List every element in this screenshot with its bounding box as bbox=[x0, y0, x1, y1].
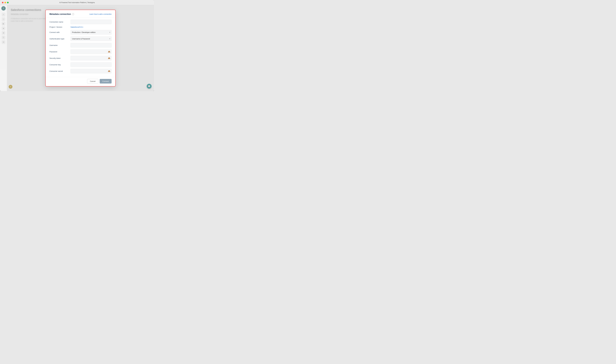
titlebar: AI Powered Test Automation Platform | Te… bbox=[0, 0, 154, 5]
connect-with-wrapper: Production / Developer edition Sandbox ▾ bbox=[70, 30, 111, 35]
auth-type-label: Authentication type bbox=[49, 38, 68, 40]
modal-header: Metadata connection ? Learn how to add a… bbox=[46, 10, 115, 17]
security-token-label: Security token bbox=[49, 57, 68, 59]
password-input[interactable] bbox=[70, 49, 111, 54]
connection-name-row: Connection name bbox=[49, 20, 111, 24]
username-row: Username bbox=[49, 43, 111, 48]
minimize-button[interactable] bbox=[4, 2, 6, 3]
sidebar-icon-4[interactable]: ⊞ bbox=[2, 31, 5, 35]
security-token-row: Security token 🙈 bbox=[49, 56, 111, 60]
connect-with-select[interactable]: Production / Developer edition Sandbox bbox=[70, 30, 111, 35]
connect-button[interactable]: Connect bbox=[100, 79, 111, 83]
sidebar-icon-3[interactable]: ◈ bbox=[2, 26, 5, 30]
sidebar-icon-1[interactable]: ◻ bbox=[2, 17, 5, 21]
modal-title: Metadata connection bbox=[49, 13, 71, 15]
security-token-input-wrapper: 🙈 bbox=[70, 56, 111, 60]
password-toggle-icon[interactable]: 🙈 bbox=[108, 51, 110, 53]
sidebar-icon-6[interactable]: ⊟ bbox=[2, 40, 5, 44]
main-content: Salesforce connections Metadata connecti… bbox=[7, 5, 154, 91]
consumer-secret-toggle-icon[interactable]: 🙈 bbox=[108, 70, 110, 72]
traffic-lights bbox=[2, 2, 9, 3]
project-version-row: Project / Version Salesforce/V.0.1 bbox=[49, 26, 111, 28]
sidebar-icon-2[interactable]: ▶ bbox=[2, 22, 5, 26]
consumer-key-row: Consumer key bbox=[49, 62, 111, 67]
maximize-button[interactable] bbox=[7, 2, 9, 3]
modal-overlay: Metadata connection ? Learn how to add a… bbox=[7, 5, 154, 91]
sidebar-icon-0[interactable]: ≡ bbox=[2, 13, 5, 16]
app-window: AI Powered Test Automation Platform | Te… bbox=[0, 0, 154, 91]
consumer-secret-label: Consumer secret bbox=[49, 70, 68, 72]
avatar-initials: T bbox=[3, 8, 4, 9]
connection-name-input[interactable] bbox=[70, 20, 111, 24]
auth-type-row: Authentication type Username & Password … bbox=[49, 37, 111, 41]
learn-link[interactable]: Learn how to add a connection bbox=[89, 13, 111, 15]
modal-body: Connection name Project / Version Salesf… bbox=[46, 17, 115, 77]
password-input-wrapper: 🙈 bbox=[70, 49, 111, 54]
sidebar-items: ≡ ◻ ▶ ◈ ⊞ ☷ ⊟ bbox=[2, 13, 5, 91]
info-icon[interactable]: ? bbox=[72, 13, 74, 15]
auth-type-select[interactable]: Username & Password OAuth bbox=[70, 37, 111, 41]
sidebar: T ≡ ◻ ▶ ◈ ⊞ ☷ ⊟ bbox=[0, 5, 7, 91]
modal-footer: Cancel Connect bbox=[46, 77, 115, 86]
project-version-label: Project / Version bbox=[49, 26, 68, 28]
security-token-toggle-icon[interactable]: 🙈 bbox=[108, 57, 110, 59]
project-version-value: Salesforce/V.0.1 bbox=[70, 26, 83, 28]
metadata-connection-modal: Metadata connection ? Learn how to add a… bbox=[45, 10, 116, 87]
app-body: T ≡ ◻ ▶ ◈ ⊞ ☷ ⊟ Salesforce connections M… bbox=[0, 5, 154, 91]
close-button[interactable] bbox=[2, 2, 3, 3]
consumer-key-input[interactable] bbox=[70, 62, 111, 67]
consumer-secret-row: Consumer secret 🙈 bbox=[49, 69, 111, 73]
window-title: AI Powered Test Automation Platform | Te… bbox=[59, 2, 95, 3]
username-input[interactable] bbox=[70, 43, 111, 48]
consumer-secret-input[interactable] bbox=[70, 69, 111, 73]
auth-type-wrapper: Username & Password OAuth ▾ bbox=[70, 37, 111, 41]
connection-name-label: Connection name bbox=[49, 21, 68, 23]
username-label: Username bbox=[49, 44, 68, 46]
security-token-input[interactable] bbox=[70, 56, 111, 60]
cancel-button[interactable]: Cancel bbox=[87, 79, 98, 83]
sidebar-icon-5[interactable]: ☷ bbox=[2, 36, 5, 39]
password-label: Password bbox=[49, 51, 68, 53]
sidebar-avatar[interactable]: T bbox=[1, 6, 6, 11]
consumer-key-label: Consumer key bbox=[49, 64, 68, 66]
connect-with-label: Connect with bbox=[49, 31, 68, 33]
consumer-secret-input-wrapper: 🙈 bbox=[70, 69, 111, 73]
modal-title-group: Metadata connection ? bbox=[49, 13, 74, 15]
password-row: Password 🙈 bbox=[49, 49, 111, 54]
connect-with-row: Connect with Production / Developer edit… bbox=[49, 30, 111, 35]
